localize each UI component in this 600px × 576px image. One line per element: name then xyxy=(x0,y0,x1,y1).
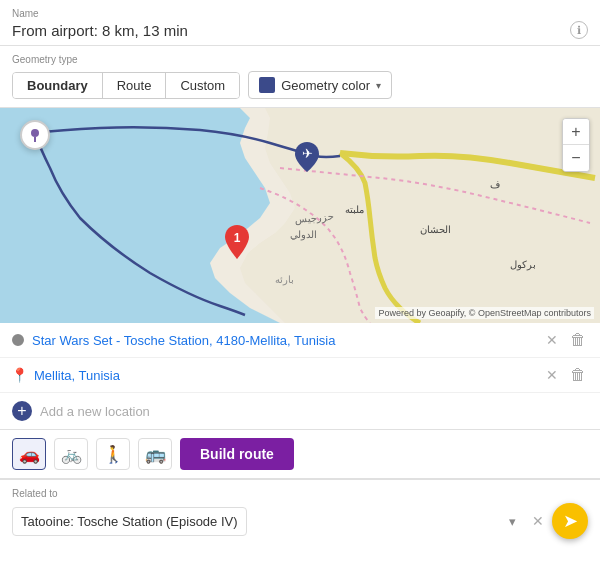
location-input-1[interactable] xyxy=(32,333,536,348)
geometry-type-label: Geometry type xyxy=(12,54,588,65)
color-swatch xyxy=(259,77,275,93)
airport-pin: ✈ xyxy=(290,140,324,174)
svg-text:بركول: بركول xyxy=(510,259,536,271)
add-location-label: Add a new location xyxy=(40,404,150,419)
route-btn[interactable]: Route xyxy=(103,73,167,98)
svg-text:1: 1 xyxy=(234,231,241,245)
location-input-2[interactable] xyxy=(34,368,536,383)
related-clear-button[interactable]: ✕ xyxy=(530,511,546,531)
delete-location-1-button[interactable]: 🗑 xyxy=(568,331,588,349)
add-location-item[interactable]: + Add a new location xyxy=(0,393,600,429)
location-pin-icon: 📍 xyxy=(12,366,26,384)
svg-point-10 xyxy=(31,129,39,137)
navigate-button[interactable]: ➤ xyxy=(552,503,588,539)
related-row: Tatooine: Tosche Station (Episode IV) ✕ … xyxy=(12,503,588,539)
list-item: 📍 ✕ 🗑 xyxy=(0,358,600,393)
clear-location-1-button[interactable]: ✕ xyxy=(544,332,560,348)
zoom-controls: + − xyxy=(562,118,590,172)
svg-text:ف: ف xyxy=(490,179,500,190)
related-select[interactable]: Tatooine: Tosche Station (Episode IV) xyxy=(12,507,247,536)
walk-mode-button[interactable]: 🚶 xyxy=(96,438,130,470)
zoom-out-button[interactable]: − xyxy=(563,145,589,171)
clear-location-2-button[interactable]: ✕ xyxy=(544,367,560,383)
zoom-in-button[interactable]: + xyxy=(563,119,589,145)
geometry-section: Geometry type Boundary Route Custom Geom… xyxy=(0,46,600,108)
map-attribution: Powered by Geoapify, © OpenStreetMap con… xyxy=(375,307,594,319)
list-item: ✕ 🗑 xyxy=(0,323,600,358)
location-dot-1 xyxy=(12,334,24,346)
chevron-down-icon: ▾ xyxy=(376,80,381,91)
locations-section: ✕ 🗑 📍 ✕ 🗑 + Add a new location xyxy=(0,323,600,430)
car-mode-button[interactable]: 🚗 xyxy=(12,438,46,470)
svg-text:الدولي: الدولي xyxy=(290,229,317,241)
map-container[interactable]: حزرجيس الدولي ملبته الحشان ف بركول بارئه… xyxy=(0,108,600,323)
destination-pin: 1 xyxy=(222,223,252,261)
boundary-btn[interactable]: Boundary xyxy=(13,73,103,98)
svg-text:الحشان: الحشان xyxy=(420,224,451,235)
bike-mode-button[interactable]: 🚲 xyxy=(54,438,88,470)
build-route-button[interactable]: Build route xyxy=(180,438,294,470)
add-location-icon[interactable]: + xyxy=(12,401,32,421)
svg-text:بارئه: بارئه xyxy=(275,274,294,286)
name-section: Name From airport: 8 km, 13 min ℹ xyxy=(0,0,600,46)
geometry-type-group: Boundary Route Custom xyxy=(12,72,240,99)
color-btn-label: Geometry color xyxy=(281,78,370,93)
info-icon[interactable]: ℹ xyxy=(570,21,588,39)
svg-text:ملبته: ملبته xyxy=(345,204,364,215)
related-select-wrapper: Tatooine: Tosche Station (Episode IV) xyxy=(12,507,524,536)
name-label: Name xyxy=(12,8,588,19)
related-label: Related to xyxy=(12,488,588,499)
geometry-controls: Boundary Route Custom Geometry color ▾ xyxy=(12,71,588,99)
svg-text:✈: ✈ xyxy=(302,146,313,161)
transit-mode-button[interactable]: 🚌 xyxy=(138,438,172,470)
custom-btn[interactable]: Custom xyxy=(166,73,239,98)
delete-location-2-button[interactable]: 🗑 xyxy=(568,366,588,384)
name-value: From airport: 8 km, 13 min xyxy=(12,22,188,39)
transport-bar: 🚗 🚲 🚶 🚌 Build route xyxy=(0,430,600,479)
related-section: Related to Tatooine: Tosche Station (Epi… xyxy=(0,479,600,547)
geometry-color-btn[interactable]: Geometry color ▾ xyxy=(248,71,392,99)
origin-pin xyxy=(20,120,50,150)
navigate-icon: ➤ xyxy=(563,510,578,532)
